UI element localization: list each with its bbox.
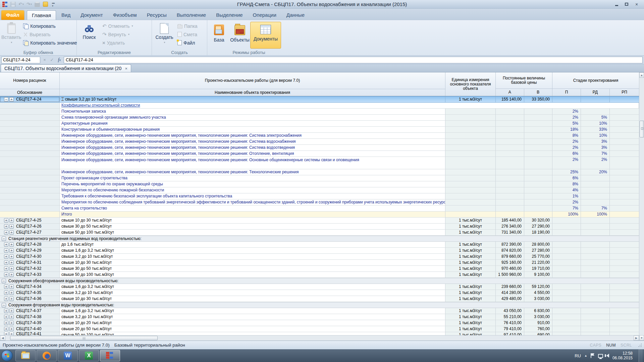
delete-button[interactable]: ×Удалить <box>100 39 135 47</box>
a-cell[interactable] <box>496 145 524 150</box>
a-cell[interactable] <box>496 139 524 144</box>
unit-cell[interactable]: 1 тыс.м3/сут <box>445 314 496 320</box>
name-cell[interactable]: Итого <box>60 212 445 217</box>
b-cell[interactable] <box>524 169 552 175</box>
p-cell[interactable]: 6% <box>552 175 581 181</box>
p-cell[interactable]: 2% <box>552 115 581 120</box>
row-header-cell[interactable] <box>0 157 60 169</box>
rd-cell[interactable] <box>581 266 610 272</box>
unit-cell[interactable] <box>445 205 496 211</box>
group-header-cell[interactable]: −Сооружения обесфторивания воды производ… <box>0 278 639 284</box>
horizontal-scroll-thumb[interactable] <box>10 336 158 340</box>
name-cell[interactable]: Архитектурные решения <box>60 121 445 126</box>
a-cell[interactable] <box>496 127 524 132</box>
rp-cell[interactable] <box>610 187 639 193</box>
taskbar-grand-smeta-button[interactable] <box>100 350 120 361</box>
row-header-cell[interactable] <box>0 169 60 175</box>
p-cell[interactable]: 6% <box>552 151 581 157</box>
table-row[interactable]: ++СБЦП17-4-36свыше 10 до 30 тыс.м3/сут1 … <box>0 296 639 302</box>
name-cell[interactable]: свыше 1,6 до 3,2 тыс.м3/сут <box>60 248 445 253</box>
resize-grip[interactable] <box>638 343 642 347</box>
table-row[interactable]: ++СБЦП17-4-35свыше 3,2 до 10 тыс.м3/сут1… <box>0 290 639 296</box>
p-cell[interactable] <box>552 272 581 278</box>
expand-icon[interactable]: + <box>9 332 14 335</box>
minimize-button[interactable] <box>614 2 619 7</box>
table-row[interactable]: ++СБЦП17-4-38свыше 3,2 до 10 тыс.м3/сут1… <box>0 314 639 320</box>
p-cell[interactable]: 5% <box>552 121 581 126</box>
table-row[interactable]: Схема планировочной организации земельно… <box>0 115 639 121</box>
expand-icon[interactable]: + <box>9 248 14 253</box>
unit-cell[interactable]: 1 тыс.м3/сут <box>445 272 496 278</box>
expand-icon[interactable]: + <box>4 327 8 331</box>
cancel-entry-icon[interactable]: × <box>42 57 48 63</box>
unit-cell[interactable]: 1 тыс.м3/сут <box>445 320 496 326</box>
p-cell[interactable] <box>552 320 581 326</box>
name-cell[interactable]: Требования к обеспечению безопасной эксп… <box>60 193 445 199</box>
a-cell[interactable] <box>496 121 524 126</box>
tab-Вид[interactable]: Вид <box>57 10 75 20</box>
rp-cell[interactable] <box>610 266 639 272</box>
p-cell[interactable]: 2% <box>552 145 581 150</box>
name-cell[interactable]: Инженерное оборудование, сети, инженерно… <box>60 139 445 144</box>
unit-cell[interactable]: 1 тыс.м3/сут <box>445 224 496 229</box>
expand-icon[interactable]: + <box>9 327 14 331</box>
rd-cell[interactable] <box>581 320 610 326</box>
row-header-cell[interactable]: ++СБЦП17-4-33 <box>0 272 60 278</box>
name-cell[interactable]: свыше 3,2 до 10 тыс.м3/сут <box>60 97 445 102</box>
b-cell[interactable]: 9 100,00 <box>524 272 552 278</box>
p-cell[interactable] <box>552 290 581 296</box>
rp-cell[interactable] <box>610 308 639 314</box>
table-row[interactable]: Инженерное оборудование, сети, инженерно… <box>0 169 639 175</box>
rp-cell[interactable] <box>610 133 639 138</box>
unit-cell[interactable]: 1 тыс.м3/сут <box>445 248 496 253</box>
tab-Главная[interactable]: Главная <box>27 10 56 20</box>
row-header-cell[interactable] <box>0 199 60 205</box>
table-row[interactable]: Перечень мероприятий по охране окружающе… <box>0 181 639 187</box>
expand-icon[interactable]: + <box>4 260 8 265</box>
rd-cell[interactable] <box>581 199 610 205</box>
table-row[interactable]: Инженерное оборудование, сети, инженерно… <box>0 157 639 169</box>
table-row[interactable]: Проект организации строительства6% <box>0 175 639 181</box>
rp-cell[interactable] <box>610 254 639 259</box>
rd-cell[interactable] <box>581 296 610 302</box>
b-cell[interactable]: 30 320,00 <box>524 218 552 223</box>
expand-icon[interactable]: + <box>4 248 8 253</box>
expand-icon[interactable]: + <box>9 285 14 289</box>
name-cell[interactable]: свыше 30 до 50 тыс.м3/сут <box>60 224 445 229</box>
rp-cell[interactable] <box>610 139 639 144</box>
a-cell[interactable]: 185 440,00 <box>496 218 524 223</box>
unit-cell[interactable] <box>445 139 496 144</box>
a-cell[interactable]: 925 160,00 <box>496 260 524 265</box>
a-cell[interactable] <box>496 157 524 169</box>
rp-cell[interactable] <box>610 181 639 187</box>
expand-icon[interactable]: + <box>4 218 8 223</box>
rp-cell[interactable] <box>610 97 639 102</box>
p-cell[interactable] <box>552 332 581 335</box>
row-header-cell[interactable]: −+СБЦП17-4-24 <box>0 97 60 102</box>
p-cell[interactable] <box>552 284 581 290</box>
rp-cell[interactable] <box>610 314 639 320</box>
vertical-scrollbar[interactable]: ▲ ▼ <box>639 72 644 341</box>
unit-cell[interactable] <box>445 181 496 187</box>
p-cell[interactable]: 2% <box>552 139 581 144</box>
unit-cell[interactable] <box>445 157 496 169</box>
p-cell[interactable] <box>552 314 581 320</box>
rd-cell[interactable] <box>581 314 610 320</box>
p-cell[interactable] <box>552 230 581 235</box>
rd-cell[interactable] <box>581 97 610 102</box>
expand-icon[interactable]: − <box>4 97 8 102</box>
rp-cell[interactable] <box>610 151 639 157</box>
unit-cell[interactable] <box>445 193 496 199</box>
p-cell[interactable]: 18% <box>552 127 581 132</box>
scroll-down-icon[interactable]: ▼ <box>639 335 644 341</box>
b-cell[interactable] <box>524 175 552 181</box>
name-cell[interactable]: свыше 3,2 до 10 тыс.м3/сут <box>60 290 445 296</box>
tab-Документ[interactable]: Документ <box>76 10 108 20</box>
unit-cell[interactable] <box>445 127 496 132</box>
unit-cell[interactable]: 1 тыс.м3/сут <box>445 242 496 247</box>
unit-cell[interactable] <box>445 109 496 114</box>
row-header-cell[interactable] <box>0 205 60 211</box>
a-cell[interactable]: 155 140,00 <box>496 97 524 102</box>
table-row[interactable]: ++СБЦП17-4-28до 1,6 тыс.м3/сут1 тыс.м3/с… <box>0 242 639 248</box>
redo-button[interactable]: ↷Вернуть▾ <box>100 30 135 39</box>
